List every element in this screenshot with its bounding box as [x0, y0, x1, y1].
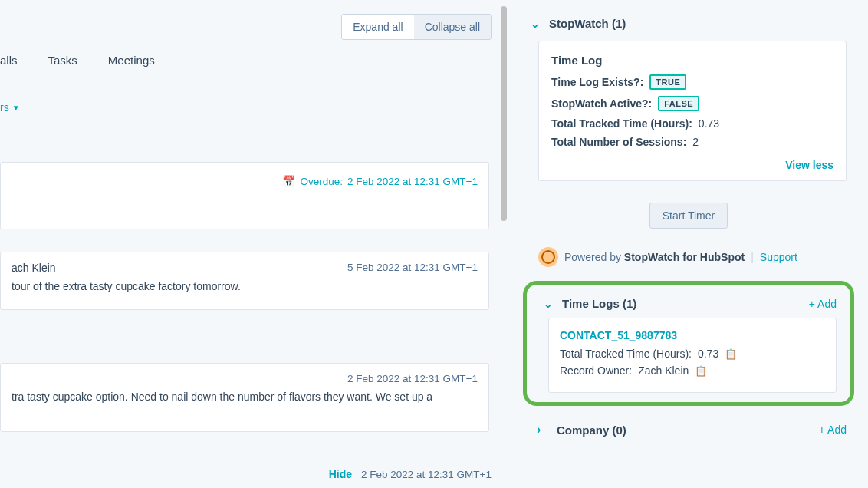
timelogs-section-header[interactable]: ⌄ Time Logs (1) + Add [533, 289, 844, 318]
tab-meetings[interactable]: Meetings [108, 54, 155, 73]
company-section-header[interactable]: › Company (0) + Add [515, 406, 862, 437]
chevron-down-icon[interactable]: ⌄ [531, 18, 541, 30]
stopwatch-active-label: StopWatch Active?: [551, 97, 652, 110]
overdue-prefix: Overdue: [300, 176, 343, 187]
stopwatch-active-row: StopWatch Active?: FALSE [551, 96, 833, 111]
timelog-record-id[interactable]: CONTACT_51_9887783 [560, 329, 825, 341]
sessions-value: 2 [692, 136, 699, 148]
expand-all-button[interactable]: Expand all [342, 15, 413, 39]
calendar-icon: 📅 [282, 175, 295, 187]
stopwatch-section-title: StopWatch (1) [549, 17, 626, 30]
timelog-time-value: 0.73 [698, 348, 718, 360]
view-less-link[interactable]: View less [551, 159, 833, 171]
filters-label: rs [0, 101, 9, 114]
activity-tabs: alls Tasks Meetings [0, 54, 155, 73]
tab-calls[interactable]: alls [0, 54, 18, 73]
tab-tasks[interactable]: Tasks [48, 54, 77, 73]
timelogs-highlight: ⌄ Time Logs (1) + Add CONTACT_51_9887783… [523, 281, 854, 406]
right-sidebar: ⌄ StopWatch (1) Time Log Time Log Exists… [509, 0, 868, 488]
timelog-owner-row: Record Owner: Zach Klein 📋 [560, 364, 825, 377]
company-add-link[interactable]: + Add [819, 424, 847, 436]
tabs-divider [0, 77, 495, 77]
total-time-value: 0.73 [699, 117, 719, 130]
stopwatch-section-header[interactable]: ⌄ StopWatch (1) [515, 0, 862, 41]
note-body-2: tra tasty cupcake option. Need to nail d… [12, 391, 478, 403]
timelogs-add-link[interactable]: + Add [809, 298, 837, 310]
timelog-time-label: Total Tracked Time (Hours): [560, 348, 692, 360]
timelog-record-card[interactable]: CONTACT_51_9887783 Total Tracked Time (H… [548, 318, 837, 393]
copy-icon[interactable]: 📋 [695, 365, 707, 377]
powered-by-name: StopWatch for HubSpot [624, 251, 745, 263]
total-time-row: Total Tracked Time (Hours): 0.73 [551, 117, 833, 130]
start-timer-button[interactable]: Start Timer [649, 203, 728, 229]
note-author: ach Klein [12, 262, 56, 274]
chevron-down-icon[interactable]: ⌄ [544, 298, 554, 310]
bottom-date: 2 Feb 2022 at 12:31 GMT+1 [361, 469, 492, 480]
timelog-owner-label: Record Owner: [560, 364, 632, 377]
activity-card-note[interactable]: ach Klein 5 Feb 2022 at 12:31 GMT+1 tour… [0, 252, 489, 310]
note-header: ach Klein 5 Feb 2022 at 12:31 GMT+1 [12, 262, 478, 274]
note-date: 5 Feb 2022 at 12:31 GMT+1 [347, 262, 478, 274]
activity-card-note-2[interactable]: 2 Feb 2022 at 12:31 GMT+1 tra tasty cupc… [0, 363, 489, 432]
note-body: tour of the extra tasty cupcake factory … [12, 280, 478, 292]
sessions-row: Total Number of Sessions: 2 [551, 136, 833, 148]
note-date-2: 2 Feb 2022 at 12:31 GMT+1 [12, 373, 478, 384]
start-timer-wrap: Start Timer [515, 203, 862, 229]
powered-by-text: Powered by StopWatch for HubSpot [564, 251, 745, 263]
hide-link[interactable]: Hide [329, 468, 352, 480]
divider: | [751, 251, 754, 263]
expand-collapse-group: Expand all Collapse all [341, 14, 492, 40]
activity-main: Expand all Collapse all alls Tasks Meeti… [0, 0, 510, 488]
caret-down-icon: ▼ [12, 104, 20, 112]
copy-icon[interactable]: 📋 [725, 348, 737, 360]
total-time-label: Total Tracked Time (Hours): [551, 117, 692, 130]
stopwatch-card: Time Log Time Log Exists?: TRUE StopWatc… [538, 41, 847, 181]
support-link[interactable]: Support [760, 251, 797, 263]
overdue-date: 2 Feb 2022 at 12:31 GMT+1 [347, 176, 478, 187]
overdue-row: 📅 Overdue: 2 Feb 2022 at 12:31 GMT+1 [1, 163, 488, 187]
timelog-time-row: Total Tracked Time (Hours): 0.73 📋 [560, 348, 825, 360]
company-section-title: Company (0) [557, 424, 626, 437]
timelogs-section-title: Time Logs (1) [562, 297, 636, 310]
sessions-label: Total Number of Sessions: [551, 136, 686, 148]
timelog-owner-value: Zach Klein [638, 364, 689, 377]
timelog-exists-badge: TRUE [649, 74, 686, 90]
collapse-all-button[interactable]: Collapse all [414, 15, 491, 39]
powered-by-row: Powered by StopWatch for HubSpot | Suppo… [538, 247, 862, 267]
bottom-row: Hide 2 Feb 2022 at 12:31 GMT+1 [329, 468, 492, 480]
filters-dropdown[interactable]: rs ▼ [0, 101, 20, 114]
stopwatch-active-badge: FALSE [658, 96, 699, 111]
activity-card-overdue[interactable]: 📅 Overdue: 2 Feb 2022 at 12:31 GMT+1 [0, 162, 489, 229]
chevron-right-icon[interactable]: › [537, 423, 549, 437]
timelog-exists-label: Time Log Exists?: [551, 76, 643, 88]
timelog-heading: Time Log [551, 54, 833, 67]
stopwatch-icon [538, 247, 558, 267]
timelog-exists-row: Time Log Exists?: TRUE [551, 74, 833, 90]
scrollbar[interactable] [498, 0, 509, 488]
